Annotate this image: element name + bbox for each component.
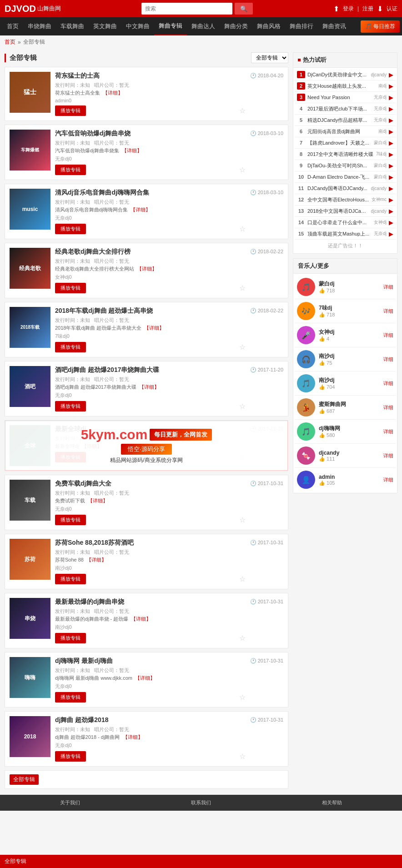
play-album-btn[interactable]: 播放专辑	[55, 515, 86, 525]
list-item[interactable]: 7 【路虎Landrover】天籁之... 蒙白dj ▶	[295, 137, 396, 149]
search-button[interactable]: 🔍	[235, 3, 253, 15]
star-icon[interactable]: ☆	[239, 575, 246, 583]
star-icon[interactable]: ☆	[239, 752, 246, 761]
bottom-album-link[interactable]: 全部专辑	[10, 774, 39, 785]
star-icon[interactable]: ☆	[239, 166, 246, 174]
list-item[interactable]: 13 2018全中文国粤语DJCand... djcandy ▶	[295, 206, 396, 217]
nav-item-album[interactable]: 舞曲专辑	[154, 17, 187, 35]
album-title[interactable]: 最新最劲爆的dj舞曲串烧	[55, 598, 246, 606]
album-detail-link[interactable]: 【详细】	[137, 266, 157, 271]
nav-item-english[interactable]: 英文舞曲	[89, 18, 121, 35]
nav-item-rank[interactable]: 舞曲排行	[285, 18, 318, 35]
play-icon[interactable]: ▶	[389, 71, 393, 78]
musician-detail-link[interactable]: 详细	[383, 380, 393, 387]
play-icon[interactable]: ▶	[389, 174, 393, 181]
star-icon[interactable]: ☆	[239, 106, 246, 115]
musician-detail-link[interactable]: 详细	[383, 477, 393, 483]
album-detail-link[interactable]: 【详细】	[123, 734, 143, 740]
musician-detail-link[interactable]: 详细	[383, 308, 393, 315]
star-icon[interactable]: ☆	[239, 634, 246, 642]
play-album-btn[interactable]: 播放专辑	[55, 283, 86, 293]
list-item[interactable]: 12 全中文国粤语ElectroHous... 女神mc ▶	[295, 194, 396, 206]
album-detail-link[interactable]: 【详细】	[103, 90, 123, 95]
album-title[interactable]: 免费车载dj舞曲大全	[55, 480, 246, 488]
album-title[interactable]: 汽车低音响劲爆dj舞曲串烧	[55, 130, 246, 138]
list-item[interactable]: 10 D-Aman Electro Dance-飞... 蒙白dj ▶	[295, 171, 396, 183]
album-title[interactable]: dj嗨嗨网 最新dj嗨曲	[55, 657, 246, 665]
footer-link-2[interactable]: 联系我们	[191, 799, 211, 806]
musician-detail-link[interactable]: 详细	[383, 428, 393, 435]
play-icon[interactable]: ▶	[389, 117, 393, 124]
play-album-btn[interactable]: 播放专辑	[55, 633, 86, 643]
star-icon[interactable]: ☆	[239, 225, 246, 233]
album-detail-link[interactable]: 【详细】	[86, 557, 106, 562]
list-item[interactable]: 15 顶曲车载超英文Mashup上... 无奈dj ▶	[295, 228, 396, 239]
list-item[interactable]: 11 DJCandy国粤语DJCandy... djcandy ▶	[295, 183, 396, 194]
daily-recommend-btn[interactable]: 🎵 每日推荐	[361, 20, 400, 33]
musician-detail-link[interactable]: 详细	[383, 452, 393, 459]
play-album-btn[interactable]: 播放专辑	[55, 751, 86, 762]
album-detail-link[interactable]: 【详细】	[131, 616, 151, 622]
album-title[interactable]: 荷东猛士的士高	[55, 72, 246, 80]
play-album-btn[interactable]: 播放专辑	[55, 105, 86, 116]
musician-detail-link[interactable]: 详细	[383, 284, 393, 291]
footer-link-3[interactable]: 相关帮助	[322, 799, 342, 806]
play-icon[interactable]: ▶	[389, 208, 393, 215]
nav-item-category[interactable]: 舞曲分类	[220, 18, 252, 35]
album-detail-link[interactable]: 【详细】	[139, 384, 159, 390]
album-detail-link[interactable]: 【详细】	[144, 325, 164, 331]
play-album-btn[interactable]: 播放专辑	[55, 165, 86, 175]
star-icon[interactable]: ☆	[239, 343, 246, 351]
play-album-btn[interactable]: 播放专辑	[55, 401, 86, 411]
play-album-btn[interactable]: 播放专辑	[55, 342, 86, 352]
search-input[interactable]	[141, 3, 232, 15]
play-album-btn[interactable]: 播放专辑	[55, 692, 86, 702]
nav-item-style[interactable]: 舞曲风格	[252, 18, 285, 35]
play-icon[interactable]: ▶	[389, 196, 393, 203]
list-item[interactable]: 5 精选DJCandy作品超精草... 无奈dj ▶	[295, 115, 396, 126]
album-title[interactable]: 苏荷Sohe 88,2018苏荷酒吧	[55, 539, 246, 547]
play-album-btn[interactable]: 播放专辑	[55, 574, 86, 584]
album-title[interactable]: 2018年车载dj舞曲 超劲爆士高串烧	[55, 307, 246, 315]
play-icon[interactable]: ▶	[389, 128, 393, 135]
nav-item-home[interactable]: 首页	[2, 18, 23, 35]
album-detail-link[interactable]: 【详细】	[131, 207, 151, 212]
nav-item-chinese[interactable]: 中文舞曲	[121, 18, 154, 35]
play-icon[interactable]: ▶	[389, 94, 393, 101]
play-icon[interactable]: ▶	[389, 162, 393, 169]
musician-detail-link[interactable]: 详细	[383, 356, 393, 363]
breadcrumb-home[interactable]: 首页	[5, 38, 15, 46]
login-link[interactable]: 登录	[343, 5, 354, 13]
play-icon[interactable]: ▶	[389, 151, 393, 158]
nav-item-serial[interactable]: 串烧舞曲	[23, 18, 56, 35]
play-icon[interactable]: ▶	[389, 219, 393, 226]
list-item[interactable]: 14 口是心非牵走了什么金中... 女神dj ▶	[295, 217, 396, 228]
album-title[interactable]: dj舞曲 超劲爆2018	[55, 716, 246, 724]
album-title[interactable]: 酒吧dj舞曲 超劲爆2017串烧舞曲大碟	[55, 366, 246, 374]
album-title[interactable]: 清风dj音乐电音舞曲dj嗨嗨网合集	[55, 189, 246, 197]
nav-item-car[interactable]: 车载舞曲	[56, 18, 89, 35]
play-icon[interactable]: ▶	[389, 105, 393, 112]
play-icon[interactable]: ▶	[389, 185, 393, 192]
star-icon[interactable]: ☆	[239, 693, 246, 702]
star-icon[interactable]: ☆	[239, 516, 246, 524]
star-icon[interactable]: ☆	[239, 284, 246, 292]
nav-item-talent[interactable]: 舞曲达人	[187, 18, 220, 35]
nav-item-news[interactable]: 舞曲资讯	[318, 18, 351, 35]
list-item[interactable]: 9 DjTaiOu-美劲全可时尚Sh... 蒙白dj ▶	[295, 160, 396, 171]
filter-select[interactable]: 全部专辑	[251, 52, 288, 63]
list-item[interactable]: 1 DjCanDy优美劲律金中文... djcandy ▶	[295, 69, 396, 80]
list-item[interactable]: 2 英文House越南鼓上头发... 南dj ▶	[295, 80, 396, 92]
musician-detail-link[interactable]: 详细	[383, 404, 393, 411]
list-item[interactable]: 4 2017最后酒吧club下半场... 无奈dj ▶	[295, 103, 396, 115]
register-link[interactable]: 注册	[362, 5, 373, 13]
play-icon[interactable]: ▶	[389, 83, 393, 90]
play-album-btn[interactable]: 播放专辑	[55, 224, 86, 234]
play-icon[interactable]: ▶	[389, 140, 393, 146]
album-title[interactable]: 经典老歌dj舞曲大全排行榜	[55, 248, 246, 256]
list-item[interactable]: 6 元阳街dj高音质dj舞曲网 南dj ▶	[295, 126, 396, 137]
album-detail-link[interactable]: 【详细】	[122, 148, 142, 153]
verify-link[interactable]: 认证	[387, 5, 397, 13]
list-item[interactable]: 3 Need Your Passion 无奈dj ▶	[295, 92, 396, 103]
play-icon[interactable]: ▶	[389, 231, 393, 237]
